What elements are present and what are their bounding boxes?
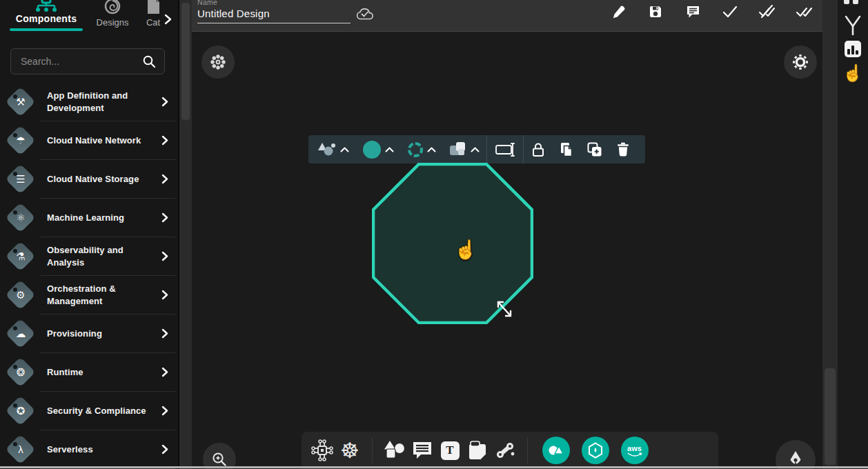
name-field-label: Name xyxy=(197,0,217,6)
category-tag-icon: ☰ xyxy=(6,164,36,194)
header-actions xyxy=(607,0,816,23)
tab-catalog-label: Cat xyxy=(146,17,160,28)
copy-icon xyxy=(560,142,573,157)
group-arrange-dropdown[interactable] xyxy=(443,135,486,163)
sidebar-scrollbar[interactable] xyxy=(179,0,192,469)
sidebar-item-serverless[interactable]: λ Serverless xyxy=(0,430,178,468)
stroke-style-dropdown[interactable] xyxy=(401,135,443,163)
edit-button[interactable] xyxy=(607,1,629,23)
flowchart-fork-button[interactable] xyxy=(838,14,868,37)
clipped-panel-icon[interactable] xyxy=(844,0,858,4)
tab-catalog[interactable]: Cat xyxy=(139,0,167,28)
chevron-up-icon xyxy=(385,147,394,152)
tabs-scroll-right-icon[interactable] xyxy=(164,14,172,25)
note-tool-button[interactable] xyxy=(464,435,491,466)
chevron-right-icon xyxy=(161,444,168,455)
design-canvas[interactable]: ☝ xyxy=(192,32,822,469)
kubernetes-button[interactable]: ☸ xyxy=(336,435,364,466)
touch-hand-icon: ☝ xyxy=(842,63,863,83)
resize-handle-icon[interactable] xyxy=(493,299,515,319)
rename-button[interactable] xyxy=(487,135,523,163)
category-tag-icon: ⚒ xyxy=(6,87,36,117)
stroke-style-swatch xyxy=(408,142,423,157)
sidebar-item-security[interactable]: ✪ Security & Compliance xyxy=(0,392,178,430)
aws-smile-icon xyxy=(627,452,642,457)
kanvas-designer-app: { "colors": { "accent": "#00b39f", "octa… xyxy=(0,0,868,469)
zoom-in-button[interactable] xyxy=(203,443,236,469)
sidebar-item-cloud-native-storage[interactable]: ☰ Cloud Native Storage xyxy=(0,160,178,198)
circuit-icon xyxy=(309,437,335,463)
scrollbar-thumb[interactable] xyxy=(181,3,190,120)
components-palette-button[interactable] xyxy=(308,435,336,466)
fork-y-icon xyxy=(843,15,862,36)
design-name-input[interactable] xyxy=(197,6,351,23)
tab-designs[interactable]: Designs xyxy=(90,0,135,28)
save-button[interactable] xyxy=(644,1,667,23)
chevron-right-icon xyxy=(161,367,168,377)
catalog-icon xyxy=(146,0,161,15)
canvas-dock: ☸ T xyxy=(302,432,718,469)
hexagon-icon xyxy=(587,442,604,459)
chevron-right-icon xyxy=(161,97,168,107)
validate-button[interactable] xyxy=(719,1,741,23)
sidebar-item-runtime[interactable]: ❂ Runtime xyxy=(0,353,178,391)
text-tool-icon: T xyxy=(441,441,460,460)
lock-button[interactable] xyxy=(524,135,552,163)
comment-icon xyxy=(686,5,700,19)
shapes-icon xyxy=(382,439,407,461)
pen-mode-button[interactable] xyxy=(776,440,816,469)
chevron-right-icon xyxy=(161,290,168,300)
sidebar-item-cloud-native-network[interactable]: ☂ Cloud Native Network xyxy=(0,121,178,159)
chevron-right-icon xyxy=(161,406,168,416)
canvas-settings-button[interactable] xyxy=(784,46,817,79)
shapes-tool-button[interactable] xyxy=(381,435,408,466)
hexagon-library-button[interactable] xyxy=(582,437,609,464)
sidebar-item-provisioning[interactable]: ☁ Provisioning xyxy=(0,315,178,352)
comment-tool-button[interactable] xyxy=(408,435,436,466)
sidebar-item-app-definition[interactable]: ⚒ App Definition and Development xyxy=(0,83,178,121)
comment-button[interactable] xyxy=(682,1,704,23)
sidebar-item-observability[interactable]: ⚗ Observability and Analysis xyxy=(0,237,178,275)
gear-icon xyxy=(792,54,809,70)
chart-panel-button[interactable] xyxy=(838,39,868,59)
category-tag-icon: λ xyxy=(6,435,36,465)
edge-tool-button[interactable] xyxy=(491,435,519,466)
sidebar-item-orchestration[interactable]: ⚙ Orchestration & Management xyxy=(0,276,178,314)
aws-library-button[interactable]: aws xyxy=(621,437,649,464)
layers-icon xyxy=(450,142,466,157)
kubernetes-wheel-icon: ☸ xyxy=(340,440,359,461)
tab-designs-label: Designs xyxy=(97,17,129,28)
double-check-icon xyxy=(796,6,813,18)
bar-chart-icon xyxy=(845,41,861,57)
chevron-right-icon xyxy=(161,328,168,339)
dry-run-button[interactable] xyxy=(756,1,778,23)
text-tool-button[interactable]: T xyxy=(436,435,464,466)
crossed-double-check-icon xyxy=(759,5,776,19)
divider xyxy=(527,437,528,463)
shapes-library-button[interactable] xyxy=(542,437,570,464)
tab-components[interactable]: Components xyxy=(10,0,83,31)
deploy-button[interactable] xyxy=(793,1,816,23)
shape-picker-dropdown[interactable] xyxy=(310,135,356,163)
scrollbar-thumb[interactable] xyxy=(825,368,836,465)
chevron-right-icon xyxy=(161,174,168,184)
flower-icon xyxy=(210,54,226,70)
delete-button[interactable] xyxy=(609,135,637,163)
right-rail: ☝ xyxy=(838,0,868,469)
interaction-mode-button[interactable]: ☝ xyxy=(838,62,868,84)
category-tag-icon: ✪ xyxy=(6,396,36,426)
shapes-icon xyxy=(317,141,336,158)
category-tag-icon: ❂ xyxy=(6,357,36,388)
panel-scrollbar[interactable] xyxy=(822,0,838,469)
designs-rose-icon xyxy=(103,0,121,15)
fit-view-button[interactable] xyxy=(201,46,235,79)
sidebar-item-machine-learning[interactable]: ⚛ Machine Learning xyxy=(0,199,178,237)
add-copy-button[interactable] xyxy=(580,135,609,163)
fill-color-dropdown[interactable] xyxy=(356,135,401,163)
duplicate-button[interactable] xyxy=(552,135,580,163)
chevron-up-icon xyxy=(427,147,436,152)
search-input[interactable] xyxy=(19,55,142,68)
divider xyxy=(372,437,373,463)
tab-components-label: Components xyxy=(16,13,77,24)
trash-icon xyxy=(617,142,629,157)
